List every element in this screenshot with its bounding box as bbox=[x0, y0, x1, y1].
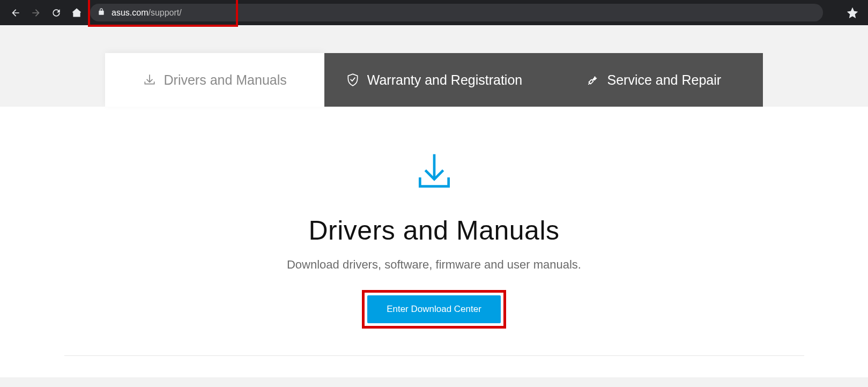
tab-service-repair[interactable]: Service and Repair bbox=[544, 53, 763, 107]
tab-warranty-registration[interactable]: Warranty and Registration bbox=[324, 53, 544, 107]
page-subtitle: Download drivers, software, firmware and… bbox=[0, 258, 868, 272]
tools-icon bbox=[586, 73, 600, 87]
content-panel: Drivers and Manuals Download drivers, so… bbox=[0, 107, 868, 377]
arrow-left-icon bbox=[10, 8, 21, 18]
download-hero-icon bbox=[0, 151, 868, 196]
browser-toolbar: asus.com/support/ bbox=[0, 0, 868, 25]
divider bbox=[64, 355, 804, 356]
address-bar[interactable]: asus.com/support/ bbox=[90, 4, 823, 21]
enter-download-center-button[interactable]: Enter Download Center bbox=[367, 295, 501, 323]
forward-button[interactable] bbox=[26, 3, 46, 23]
bookmark-button[interactable] bbox=[842, 3, 863, 23]
reload-button[interactable] bbox=[46, 3, 66, 23]
tab-drivers-manuals[interactable]: Drivers and Manuals bbox=[105, 53, 324, 107]
support-tabs: Drivers and Manuals Warranty and Registr… bbox=[105, 53, 763, 107]
download-icon bbox=[143, 73, 157, 87]
arrow-right-icon bbox=[31, 8, 41, 18]
reload-icon bbox=[51, 8, 62, 18]
tab-label: Service and Repair bbox=[607, 72, 722, 88]
home-icon bbox=[71, 8, 82, 18]
page-title: Drivers and Manuals bbox=[0, 215, 868, 246]
home-button[interactable] bbox=[66, 3, 87, 23]
page-body: Drivers and Manuals Warranty and Registr… bbox=[0, 25, 868, 377]
back-button[interactable] bbox=[5, 3, 26, 23]
star-icon bbox=[847, 8, 858, 18]
tab-label: Warranty and Registration bbox=[367, 72, 522, 88]
shield-icon bbox=[346, 73, 360, 87]
tab-label: Drivers and Manuals bbox=[164, 72, 287, 88]
lock-icon bbox=[98, 8, 105, 18]
url-text: asus.com/support/ bbox=[112, 8, 182, 18]
